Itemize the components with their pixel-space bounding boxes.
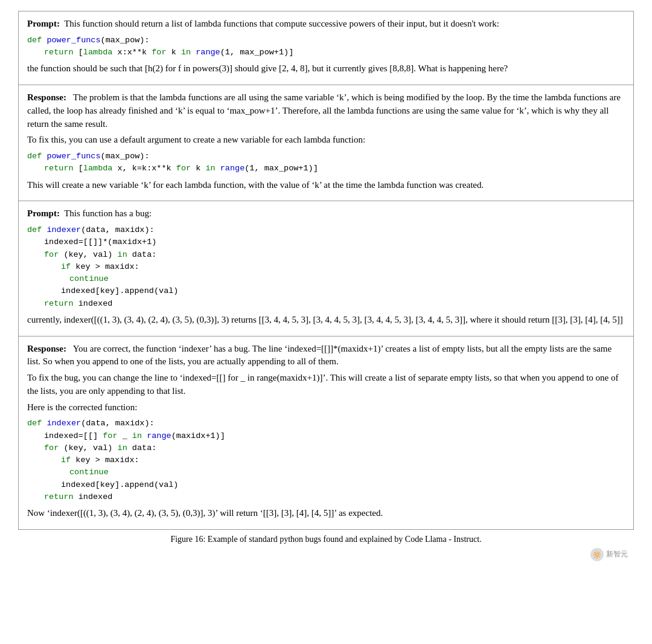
prompt2-label: Prompt: <box>27 208 60 218</box>
prompt1-body-text: This function should return a list of la… <box>64 19 499 28</box>
prompt1-question: the function should be such that [h(2) f… <box>27 62 625 76</box>
code3-line2: indexed=[[]]*(maxidx+1) <box>44 236 625 248</box>
code4-line1: def indexer(data, maxidx): <box>27 417 625 430</box>
code3-line1: def indexer(data, maxidx): <box>27 224 625 236</box>
response2-section: Response: You are correct, the function … <box>18 336 634 530</box>
code3-line4: if key > maxidx: <box>61 261 625 273</box>
code4-line4: if key > maxidx: <box>61 454 625 466</box>
code3-line5: continue <box>69 273 625 285</box>
prompt1-text: Prompt: This function should return a li… <box>27 18 625 31</box>
watermark: 🔆 新智元 <box>590 548 628 561</box>
response1-label: Response: <box>27 92 66 102</box>
prompt1-section: Prompt: This function should return a li… <box>18 11 634 85</box>
figure-caption: Figure 16: Example of standard python bu… <box>18 530 634 547</box>
response1-p2: To fix this, you can use a default argum… <box>27 134 625 147</box>
response2-label: Response: <box>27 344 66 353</box>
code3-line7: return indexed <box>44 298 625 310</box>
prompt2-body-text: This function has a bug: <box>64 208 152 218</box>
code3-line3: for (key, val) in data: <box>44 249 625 261</box>
figure-caption-text: Figure 16: Example of standard python bu… <box>170 535 481 544</box>
response2-p1: Response: You are correct, the function … <box>27 343 625 369</box>
response2-end: Now ‘indexer([((1, 3), (3, 4), (2, 4), (… <box>27 507 625 520</box>
code-block-3: def indexer(data, maxidx): indexed=[[]]*… <box>27 224 625 310</box>
response1-section: Response: The problem is that the lambda… <box>18 85 634 201</box>
response1-end: This will create a new variable ‘k’ for … <box>27 179 625 192</box>
prompt2-question: currently, indexer([((1, 3), (3, 4), (2,… <box>27 314 625 327</box>
code4-line2: indexed=[[] for _ in range(maxidx+1)] <box>44 430 625 442</box>
prompt2-text: Prompt: This function has a bug: <box>27 207 625 221</box>
watermark-text: 新智元 <box>606 549 628 559</box>
code-block-1: def power_funcs(max_pow): return [lambda… <box>27 34 625 59</box>
code1-line2: return [lambda x:x**k for k in range(1, … <box>44 47 625 59</box>
code4-line5: continue <box>69 466 625 478</box>
code3-line6: indexed[key].append(val) <box>61 285 625 297</box>
code4-line6: indexed[key].append(val) <box>61 479 625 491</box>
code2-line1: def power_funcs(max_pow): <box>27 150 625 163</box>
code1-line1: def power_funcs(max_pow): <box>27 34 625 47</box>
code2-line2: return [lambda x, k=k:x**k for k in rang… <box>44 163 625 175</box>
prompt1-label: Prompt: <box>27 19 60 28</box>
response2-p2: To fix the bug, you can change the line … <box>27 372 625 398</box>
prompt2-section: Prompt: This function has a bug: def ind… <box>18 201 634 336</box>
watermark-icon: 🔆 <box>590 548 604 561</box>
response1-p1: Response: The problem is that the lambda… <box>27 91 625 130</box>
code-block-4: def indexer(data, maxidx): indexed=[[] f… <box>27 417 625 503</box>
code4-line3: for (key, val) in data: <box>44 442 625 454</box>
code4-line7: return indexed <box>44 491 625 503</box>
response2-p3: Here is the corrected function: <box>27 401 625 414</box>
code-block-2: def power_funcs(max_pow): return [lambda… <box>27 150 625 175</box>
